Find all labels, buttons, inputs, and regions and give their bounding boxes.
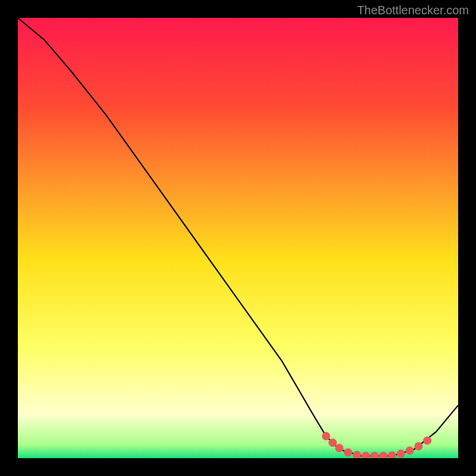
chart-svg [18, 18, 458, 458]
data-marker [322, 432, 330, 440]
data-marker [328, 439, 337, 447]
data-marker [335, 444, 343, 452]
chart-container: TheBottlenecker.com [0, 0, 476, 476]
plot-area [18, 18, 458, 458]
watermark-text: TheBottlenecker.com [357, 4, 469, 17]
data-marker [344, 448, 352, 456]
data-marker [406, 446, 414, 455]
gradient-background [18, 18, 458, 458]
data-marker [414, 442, 422, 450]
data-marker [423, 436, 431, 444]
data-marker [397, 450, 405, 458]
